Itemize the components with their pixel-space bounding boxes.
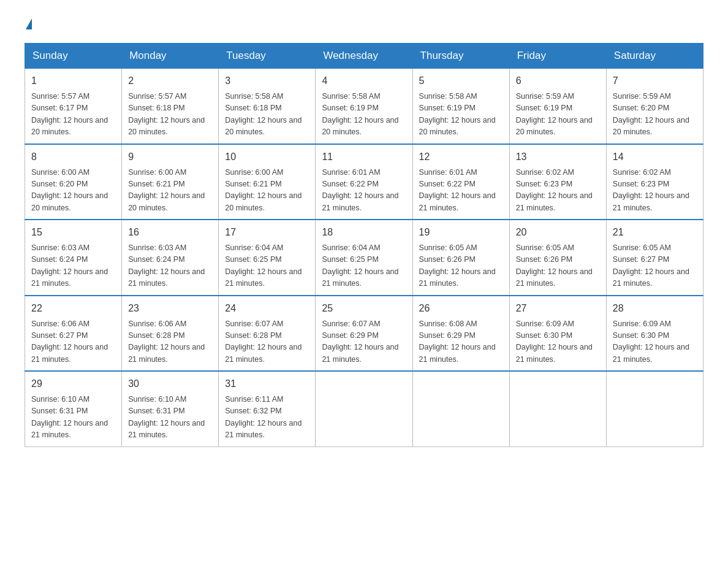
calendar-week-row: 22Sunrise: 6:06 AMSunset: 6:27 PMDayligh…: [25, 296, 703, 372]
day-info: Sunrise: 6:05 AMSunset: 6:27 PMDaylight:…: [613, 242, 697, 290]
day-number: 23: [128, 301, 212, 316]
calendar-cell: 22Sunrise: 6:06 AMSunset: 6:27 PMDayligh…: [25, 296, 122, 372]
day-info: Sunrise: 6:08 AMSunset: 6:29 PMDaylight:…: [419, 318, 503, 366]
calendar-cell: 31Sunrise: 6:11 AMSunset: 6:32 PMDayligh…: [219, 371, 316, 446]
day-headers-row: SundayMondayTuesdayWednesdayThursdayFrid…: [25, 44, 703, 69]
day-info: Sunrise: 5:57 AMSunset: 6:18 PMDaylight:…: [128, 91, 212, 139]
day-number: 27: [516, 301, 600, 316]
day-info: Sunrise: 5:59 AMSunset: 6:19 PMDaylight:…: [516, 91, 600, 139]
day-info: Sunrise: 6:02 AMSunset: 6:23 PMDaylight:…: [516, 167, 600, 215]
day-number: 10: [225, 150, 309, 164]
calendar-cell: 9Sunrise: 6:00 AMSunset: 6:21 PMDaylight…: [122, 144, 219, 220]
day-number: 12: [419, 150, 503, 164]
day-header-sunday: Sunday: [25, 44, 122, 69]
calendar-week-row: 29Sunrise: 6:10 AMSunset: 6:31 PMDayligh…: [25, 371, 703, 446]
calendar-cell: 23Sunrise: 6:06 AMSunset: 6:28 PMDayligh…: [122, 296, 219, 372]
calendar-cell: [316, 371, 412, 446]
calendar-cell: [412, 371, 509, 446]
day-number: 5: [419, 74, 503, 88]
day-number: 25: [322, 301, 406, 316]
day-info: Sunrise: 6:00 AMSunset: 6:21 PMDaylight:…: [225, 167, 309, 215]
day-number: 4: [322, 74, 406, 88]
calendar-cell: 5Sunrise: 5:58 AMSunset: 6:19 PMDaylight…: [412, 69, 509, 144]
calendar-cell: 25Sunrise: 6:07 AMSunset: 6:29 PMDayligh…: [316, 296, 412, 372]
calendar-cell: 29Sunrise: 6:10 AMSunset: 6:31 PMDayligh…: [25, 371, 122, 446]
day-info: Sunrise: 5:59 AMSunset: 6:20 PMDaylight:…: [613, 91, 697, 139]
calendar-cell: 19Sunrise: 6:05 AMSunset: 6:26 PMDayligh…: [412, 220, 509, 296]
day-info: Sunrise: 6:02 AMSunset: 6:23 PMDaylight:…: [613, 167, 697, 215]
day-info: Sunrise: 6:00 AMSunset: 6:21 PMDaylight:…: [128, 167, 212, 215]
calendar-cell: 12Sunrise: 6:01 AMSunset: 6:22 PMDayligh…: [412, 144, 509, 220]
day-number: 15: [31, 225, 115, 240]
calendar-cell: 10Sunrise: 6:00 AMSunset: 6:21 PMDayligh…: [219, 144, 316, 220]
day-number: 8: [31, 150, 115, 164]
calendar-cell: 2Sunrise: 5:57 AMSunset: 6:18 PMDaylight…: [122, 69, 219, 144]
day-number: 21: [613, 225, 697, 240]
calendar-cell: 1Sunrise: 5:57 AMSunset: 6:17 PMDaylight…: [25, 69, 122, 144]
calendar-cell: 13Sunrise: 6:02 AMSunset: 6:23 PMDayligh…: [509, 144, 606, 220]
calendar-cell: [606, 371, 703, 446]
calendar-cell: 17Sunrise: 6:04 AMSunset: 6:25 PMDayligh…: [219, 220, 316, 296]
day-info: Sunrise: 6:06 AMSunset: 6:27 PMDaylight:…: [31, 318, 115, 366]
day-info: Sunrise: 6:04 AMSunset: 6:25 PMDaylight:…: [322, 242, 406, 290]
day-info: Sunrise: 5:58 AMSunset: 6:19 PMDaylight:…: [419, 91, 503, 139]
day-number: 22: [31, 301, 115, 316]
day-number: 6: [516, 74, 600, 88]
day-number: 19: [419, 225, 503, 240]
day-number: 14: [613, 150, 697, 164]
calendar-cell: 3Sunrise: 5:58 AMSunset: 6:18 PMDaylight…: [219, 69, 316, 144]
day-number: 7: [613, 74, 697, 88]
day-number: 11: [322, 150, 406, 164]
calendar-cell: 20Sunrise: 6:05 AMSunset: 6:26 PMDayligh…: [509, 220, 606, 296]
day-header-monday: Monday: [122, 44, 219, 69]
day-number: 1: [31, 74, 115, 88]
day-number: 30: [128, 377, 212, 391]
day-number: 2: [128, 74, 212, 88]
calendar-cell: 8Sunrise: 6:00 AMSunset: 6:20 PMDaylight…: [25, 144, 122, 220]
day-header-thursday: Thursday: [412, 44, 509, 69]
day-info: Sunrise: 6:07 AMSunset: 6:29 PMDaylight:…: [322, 318, 406, 366]
day-info: Sunrise: 6:10 AMSunset: 6:31 PMDaylight:…: [31, 394, 115, 442]
day-info: Sunrise: 6:06 AMSunset: 6:28 PMDaylight:…: [128, 318, 212, 366]
day-info: Sunrise: 6:09 AMSunset: 6:30 PMDaylight:…: [516, 318, 600, 366]
day-info: Sunrise: 6:03 AMSunset: 6:24 PMDaylight:…: [31, 242, 115, 290]
day-header-tuesday: Tuesday: [219, 44, 316, 69]
logo: Blue: [25, 18, 32, 31]
calendar-cell: 28Sunrise: 6:09 AMSunset: 6:30 PMDayligh…: [606, 296, 703, 372]
day-header-saturday: Saturday: [606, 44, 703, 69]
calendar-cell: 30Sunrise: 6:10 AMSunset: 6:31 PMDayligh…: [122, 371, 219, 446]
day-info: Sunrise: 6:00 AMSunset: 6:20 PMDaylight:…: [31, 167, 115, 215]
calendar-cell: 4Sunrise: 5:58 AMSunset: 6:19 PMDaylight…: [316, 69, 412, 144]
calendar-cell: 24Sunrise: 6:07 AMSunset: 6:28 PMDayligh…: [219, 296, 316, 372]
calendar-cell: 7Sunrise: 5:59 AMSunset: 6:20 PMDaylight…: [606, 69, 703, 144]
calendar-cell: 21Sunrise: 6:05 AMSunset: 6:27 PMDayligh…: [606, 220, 703, 296]
calendar-cell: 16Sunrise: 6:03 AMSunset: 6:24 PMDayligh…: [122, 220, 219, 296]
day-info: Sunrise: 6:05 AMSunset: 6:26 PMDaylight:…: [419, 242, 503, 290]
logo-triangle-icon: [26, 18, 32, 29]
day-info: Sunrise: 6:07 AMSunset: 6:28 PMDaylight:…: [225, 318, 309, 366]
day-info: Sunrise: 6:09 AMSunset: 6:30 PMDaylight:…: [613, 318, 697, 366]
day-number: 31: [225, 377, 309, 391]
day-info: Sunrise: 6:01 AMSunset: 6:22 PMDaylight:…: [322, 167, 406, 215]
day-number: 28: [613, 301, 697, 316]
calendar-cell: 15Sunrise: 6:03 AMSunset: 6:24 PMDayligh…: [25, 220, 122, 296]
day-number: 17: [225, 225, 309, 240]
day-number: 26: [419, 301, 503, 316]
day-info: Sunrise: 6:01 AMSunset: 6:22 PMDaylight:…: [419, 167, 503, 215]
day-info: Sunrise: 6:04 AMSunset: 6:25 PMDaylight:…: [225, 242, 309, 290]
calendar-cell: 11Sunrise: 6:01 AMSunset: 6:22 PMDayligh…: [316, 144, 412, 220]
calendar-cell: 26Sunrise: 6:08 AMSunset: 6:29 PMDayligh…: [412, 296, 509, 372]
day-number: 18: [322, 225, 406, 240]
day-info: Sunrise: 6:05 AMSunset: 6:26 PMDaylight:…: [516, 242, 600, 290]
day-number: 29: [31, 377, 115, 391]
page-header: Blue: [25, 18, 703, 31]
day-info: Sunrise: 5:58 AMSunset: 6:18 PMDaylight:…: [225, 91, 309, 139]
day-info: Sunrise: 6:10 AMSunset: 6:31 PMDaylight:…: [128, 394, 212, 442]
day-info: Sunrise: 5:57 AMSunset: 6:17 PMDaylight:…: [31, 91, 115, 139]
day-info: Sunrise: 6:03 AMSunset: 6:24 PMDaylight:…: [128, 242, 212, 290]
calendar-cell: 27Sunrise: 6:09 AMSunset: 6:30 PMDayligh…: [509, 296, 606, 372]
calendar-cell: 14Sunrise: 6:02 AMSunset: 6:23 PMDayligh…: [606, 144, 703, 220]
day-number: 13: [516, 150, 600, 164]
day-number: 24: [225, 301, 309, 316]
day-number: 9: [128, 150, 212, 164]
